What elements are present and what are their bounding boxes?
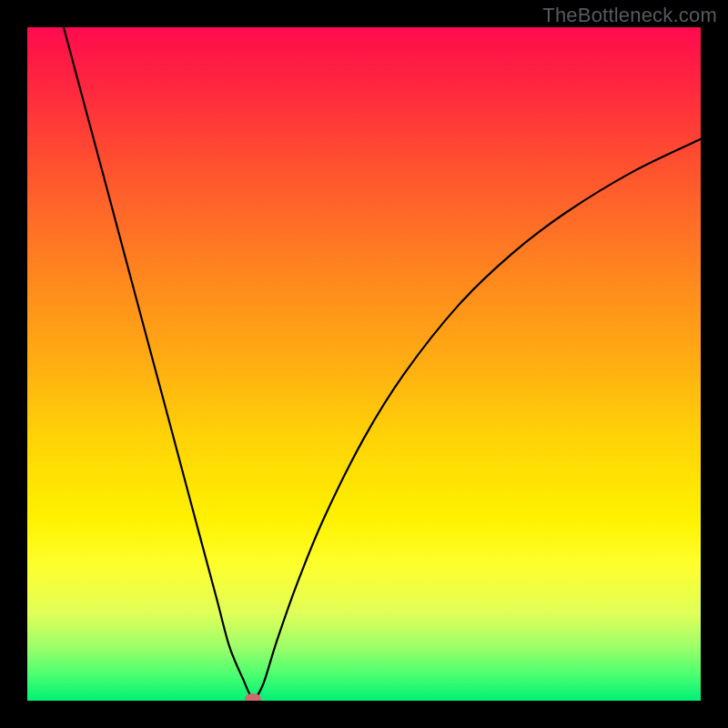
- plot-area: [27, 27, 701, 701]
- curve-svg: [27, 27, 701, 701]
- watermark-text: TheBottleneck.com: [542, 4, 717, 27]
- minimum-marker: [245, 693, 261, 701]
- chart-frame: TheBottleneck.com: [0, 0, 728, 728]
- bottleneck-curve-path: [64, 27, 701, 698]
